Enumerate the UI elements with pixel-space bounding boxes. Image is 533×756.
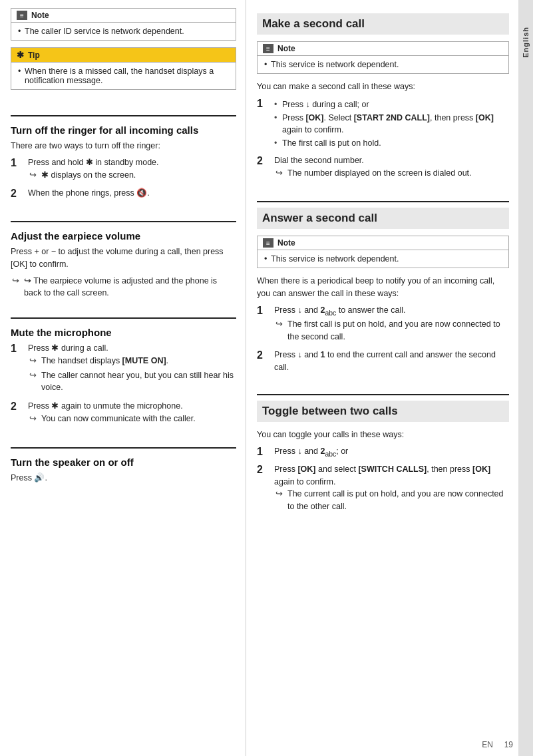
step-num: 1 bbox=[257, 97, 271, 111]
step-2-answer-second: 2 Press ↓ and 1 to end the current call … bbox=[257, 349, 509, 374]
make-second-bullets: Press ↓ during a call; or Press [OK]. Se… bbox=[274, 98, 509, 150]
section-title-toggle: Toggle between two calls bbox=[257, 401, 509, 422]
step-content: Press ↓ during a call; or Press [OK]. Se… bbox=[274, 97, 509, 150]
tip-missed-call: ✱ Tip When there is a missed call, the h… bbox=[11, 47, 236, 90]
answer-second-intro: When there is a periodical beep to notif… bbox=[257, 275, 509, 300]
step-1-answer-second: 1 Press ↓ and 2abc to answer the call. T… bbox=[257, 304, 509, 345]
step-num: 2 bbox=[257, 349, 271, 363]
footer-lang: EN bbox=[482, 740, 493, 749]
step-sub: ✱ displays on the screen. bbox=[28, 169, 236, 182]
step-content: When the phone rings, press 🔇. bbox=[28, 187, 236, 200]
section-title-ringer: Turn off the ringer for all incoming cal… bbox=[11, 124, 236, 136]
step-content: Press [OK] and select [SWITCH CALLS], th… bbox=[274, 463, 509, 515]
step-content: Press ↓ and 2abc; or bbox=[274, 445, 509, 459]
note-header: ≡ Note bbox=[11, 9, 236, 23]
note-answer-second: ≡ Note This service is network dependent… bbox=[257, 236, 509, 268]
step-text: When the phone rings, press 🔇. bbox=[28, 188, 150, 198]
step-num: 2 bbox=[11, 187, 25, 201]
section-title-answer-second: Answer a second call bbox=[257, 208, 509, 229]
section-title-earpiece: Adjust the earpiece volume bbox=[11, 230, 236, 242]
note-icon: ≡ bbox=[17, 11, 27, 20]
lang-sidebar: English bbox=[518, 0, 533, 756]
mute-sub3: You can now communicate with the caller. bbox=[28, 413, 236, 425]
step-text: Press ✱ during a call. bbox=[28, 343, 108, 353]
note-caller-id: ≡ Note The caller ID service is network … bbox=[11, 8, 236, 41]
divider-right-1 bbox=[257, 201, 509, 202]
section-make-second-call: Make a second call ≡ Note This service i… bbox=[257, 13, 509, 181]
earpiece-intro: Press + or − to adjust the volume during… bbox=[11, 246, 236, 271]
earpiece-sub: ↪ The earpiece volume is adjusted and th… bbox=[11, 275, 236, 300]
note-make-second: ≡ Note This service is network dependent… bbox=[257, 41, 509, 74]
tip-text: When there is a missed call, the handset… bbox=[18, 67, 229, 85]
note-label: Note bbox=[31, 11, 49, 20]
toggle-sub: The current call is put on hold, and you… bbox=[274, 488, 509, 513]
step-1-make-second: 1 Press ↓ during a call; or Press [OK]. … bbox=[257, 97, 509, 150]
footer-page-num: 19 bbox=[504, 740, 513, 749]
step-2-toggle: 2 Press [OK] and select [SWITCH CALLS], … bbox=[257, 463, 509, 515]
make-second-sub: The number displayed on the screen is di… bbox=[274, 167, 509, 180]
step-text: Press [OK] and select [SWITCH CALLS], th… bbox=[274, 465, 490, 486]
step-content: Press ↓ and 2abc to answer the call. The… bbox=[274, 304, 509, 345]
step-num: 2 bbox=[257, 463, 271, 477]
step-2-make-second: 2 Dial the second number. The number dis… bbox=[257, 154, 509, 182]
note-body-make: This service is network dependent. bbox=[258, 56, 508, 73]
section-title-mute: Mute the microphone bbox=[11, 327, 236, 338]
step-content: Dial the second number. The number displ… bbox=[274, 154, 509, 182]
lang-label: English bbox=[522, 27, 530, 58]
step-text: Press and hold ✱ in standby mode. bbox=[28, 158, 159, 167]
step-content: Press ✱ again to unmute the microphone. … bbox=[28, 400, 236, 427]
section-title-speaker: Turn the speaker on or off bbox=[11, 457, 236, 468]
bullet-1: Press ↓ during a call; or bbox=[274, 98, 509, 111]
section-earpiece-volume: Adjust the earpiece volume Press + or − … bbox=[11, 230, 236, 299]
step-text: Press ✱ again to unmute the microphone. bbox=[28, 401, 183, 411]
tip-label: Tip bbox=[28, 51, 40, 60]
divider-4 bbox=[11, 447, 236, 449]
step-num: 1 bbox=[11, 156, 25, 170]
tip-body: When there is a missed call, the handset… bbox=[11, 63, 236, 89]
note-text: The caller ID service is network depende… bbox=[18, 27, 229, 36]
step-1-ringer: 1 Press and hold ✱ in standby mode. ✱ di… bbox=[11, 156, 236, 184]
note-label-answer: Note bbox=[277, 238, 295, 248]
note-body: The caller ID service is network depende… bbox=[11, 23, 236, 40]
step-num: 2 bbox=[11, 400, 25, 414]
step-1-toggle: 1 Press ↓ and 2abc; or bbox=[257, 445, 509, 459]
toggle-intro: You can toggle your calls in these ways: bbox=[257, 429, 509, 441]
make-second-intro: You can make a second call in these ways… bbox=[257, 81, 509, 93]
step-1-mute: 1 Press ✱ during a call. The handset dis… bbox=[11, 342, 236, 396]
section-title-make-second-call: Make a second call bbox=[257, 13, 509, 35]
step-text: Press ↓ and 1 to end the current call an… bbox=[274, 350, 496, 372]
note-text-answer: This service is network dependent. bbox=[264, 254, 502, 264]
step-num: 1 bbox=[257, 304, 271, 318]
note-text-make: This service is network dependent. bbox=[264, 60, 502, 69]
step-2-ringer: 2 When the phone rings, press 🔇. bbox=[11, 187, 236, 201]
divider-2 bbox=[11, 221, 236, 222]
note-icon-make: ≡ bbox=[263, 44, 273, 53]
bullet-3: The first call is put on hold. bbox=[274, 137, 509, 150]
tip-header: ✱ Tip bbox=[11, 48, 236, 63]
note-label-make: Note bbox=[277, 44, 295, 53]
step-num: 1 bbox=[257, 445, 271, 459]
section-speaker: Turn the speaker on or off Press 🔊. bbox=[11, 457, 236, 484]
tip-icon: ✱ bbox=[17, 50, 24, 60]
step-content: Press ✱ during a call. The handset displ… bbox=[28, 342, 236, 396]
speaker-intro: Press 🔊. bbox=[11, 472, 236, 484]
step-content: Press ↓ and 1 to end the current call an… bbox=[274, 349, 509, 374]
mute-sub1: The handset displays [MUTE ON]. bbox=[28, 355, 236, 367]
step-content: Press and hold ✱ in standby mode. ✱ disp… bbox=[28, 156, 236, 184]
divider-1 bbox=[11, 115, 236, 116]
note-icon-answer: ≡ bbox=[263, 238, 273, 248]
step-text: Press ↓ and 2abc; or bbox=[274, 447, 348, 456]
ringer-intro: There are two ways to turn off the ringe… bbox=[11, 140, 236, 152]
note-header-make: ≡ Note bbox=[258, 42, 508, 56]
step-num: 2 bbox=[257, 154, 271, 168]
step-text: Dial the second number. bbox=[274, 156, 364, 165]
section-ringer: Turn off the ringer for all incoming cal… bbox=[11, 124, 236, 201]
note-body-answer: This service is network dependent. bbox=[258, 250, 508, 268]
answer-second-sub1: The first call is put on hold, and you a… bbox=[274, 318, 509, 343]
section-toggle-calls: Toggle between two calls You can toggle … bbox=[257, 401, 509, 515]
mute-sub2: The caller cannot hear you, but you can … bbox=[28, 369, 236, 395]
note-header-answer: ≡ Note bbox=[258, 236, 508, 250]
section-mute: Mute the microphone 1 Press ✱ during a c… bbox=[11, 327, 236, 427]
step-num: 1 bbox=[11, 342, 25, 356]
section-answer-second-call: Answer a second call ≡ Note This service… bbox=[257, 208, 509, 374]
